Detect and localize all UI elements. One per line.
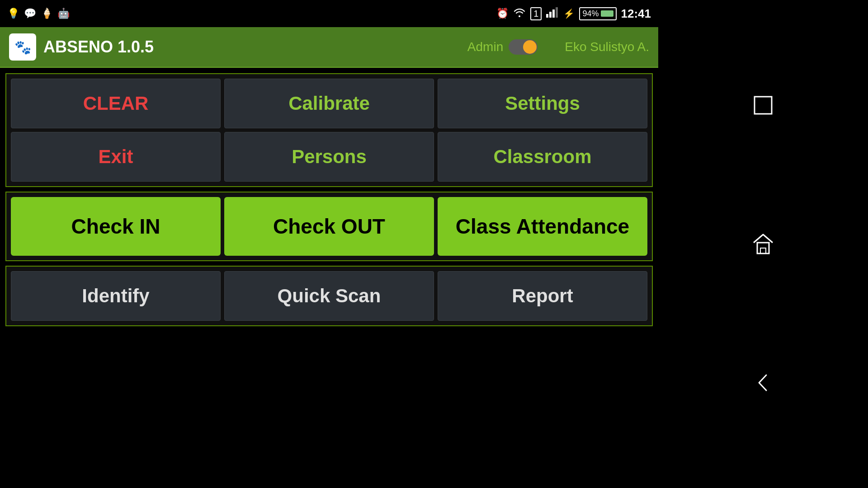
top-buttons-section: CLEAR Calibrate Settings Exit Persons Cl… <box>5 73 653 187</box>
classroom-button[interactable]: Classroom <box>438 132 647 182</box>
persons-button[interactable]: Persons <box>224 132 434 182</box>
settings-button[interactable]: Settings <box>438 79 647 128</box>
toggle-track <box>509 39 538 55</box>
status-left-icons: 💡 💬 🍦 🤖 <box>7 8 70 19</box>
check-in-button[interactable]: Check IN <box>11 197 221 256</box>
icecream-icon: 🍦 <box>41 8 53 19</box>
status-time: 12:41 <box>621 7 651 21</box>
square-icon[interactable] <box>747 89 779 121</box>
toggle-thumb <box>523 40 537 54</box>
svg-rect-2 <box>552 9 555 18</box>
svg-rect-0 <box>546 14 548 18</box>
battery-percent: 94% <box>582 9 599 19</box>
admin-toggle[interactable] <box>509 39 538 55</box>
main-content: CLEAR Calibrate Settings Exit Persons Cl… <box>0 68 658 332</box>
logo-icon: 🐾 <box>14 39 31 55</box>
status-right-icons: ⏰ 1 ⚡ 94% 12:41 <box>496 7 651 21</box>
svg-rect-3 <box>556 7 558 18</box>
svg-rect-4 <box>755 97 772 114</box>
alarm-icon: ⏰ <box>496 8 509 19</box>
check-out-button[interactable]: Check OUT <box>224 197 434 256</box>
app-header: 🐾 ABSENO 1.0.5 Admin Eko Sulistyo A. <box>0 27 658 68</box>
clear-button[interactable]: CLEAR <box>11 79 221 128</box>
whatsapp-icon: 💬 <box>24 8 36 19</box>
sim-icon: 1 <box>530 7 542 20</box>
svg-rect-1 <box>549 12 552 18</box>
robot-icon: 🤖 <box>57 8 70 19</box>
right-nav <box>658 0 868 488</box>
bulb-icon: 💡 <box>7 8 19 19</box>
report-button[interactable]: Report <box>438 271 647 321</box>
bottom-buttons-section: Identify Quick Scan Report <box>5 266 653 326</box>
status-bar: 💡 💬 🍦 🤖 ⏰ 1 ⚡ 94% 12:41 <box>0 0 658 27</box>
admin-label: Admin <box>467 40 503 54</box>
app-title: ABSENO 1.0.5 <box>43 38 467 56</box>
app-logo: 🐾 <box>9 33 36 61</box>
wifi-icon <box>513 7 526 20</box>
identify-button[interactable]: Identify <box>11 271 221 321</box>
signal-icon <box>546 7 559 20</box>
charging-icon: ⚡ <box>563 8 575 19</box>
user-name: Eko Sulistyo A. <box>565 40 649 54</box>
middle-buttons-section: Check IN Check OUT Class Attendance <box>5 192 653 261</box>
exit-button[interactable]: Exit <box>11 132 221 182</box>
home-icon[interactable] <box>747 228 779 260</box>
admin-section: Admin <box>467 39 538 55</box>
calibrate-button[interactable]: Calibrate <box>224 79 434 128</box>
back-icon[interactable] <box>747 367 779 399</box>
quick-scan-button[interactable]: Quick Scan <box>224 271 434 321</box>
class-attendance-button[interactable]: Class Attendance <box>438 197 647 256</box>
svg-rect-6 <box>760 248 766 253</box>
battery-indicator: 94% <box>579 7 616 20</box>
